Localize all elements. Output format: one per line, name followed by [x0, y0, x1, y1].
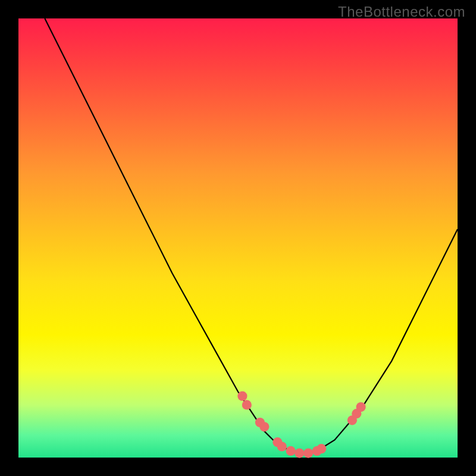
highlight-marker [356, 402, 366, 412]
highlight-marker [303, 449, 313, 458]
highlight-marker [295, 449, 304, 458]
highlight-marker [277, 441, 287, 451]
highlight-marker [242, 400, 252, 409]
highlight-marker [286, 446, 296, 456]
highlight-marker [317, 444, 326, 453]
highlight-marker [237, 392, 247, 401]
attribution-text: TheBottleneck.com [338, 4, 465, 20]
chart-svg [18, 18, 458, 458]
highlight-marker [259, 422, 269, 431]
highlight-markers-group [237, 392, 365, 458]
bottleneck-curve-line [45, 18, 458, 453]
